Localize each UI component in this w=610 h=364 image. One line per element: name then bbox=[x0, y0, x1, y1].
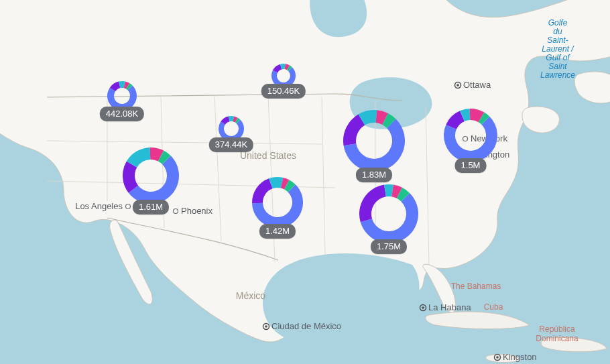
svg-text:Saint: Saint bbox=[548, 62, 567, 71]
donut-chart bbox=[270, 62, 297, 89]
svg-text:Ottawa: Ottawa bbox=[463, 80, 491, 90]
donut-chart bbox=[358, 183, 420, 245]
cluster-marker-midwest[interactable]: 1.83M bbox=[342, 109, 406, 173]
country-label-cuba: Cuba bbox=[484, 302, 503, 312]
donut-chart bbox=[121, 146, 180, 205]
cluster-marker-southeast[interactable]: 1.75M bbox=[358, 183, 420, 245]
donut-segment bbox=[252, 178, 273, 203]
donut-segment bbox=[107, 85, 137, 111]
donut-chart bbox=[251, 176, 304, 229]
country-label-bahamas: The Bahamas bbox=[451, 282, 501, 291]
svg-text:Golfe: Golfe bbox=[548, 18, 568, 27]
svg-text:Los Angeles: Los Angeles bbox=[75, 201, 123, 211]
donut-chart bbox=[342, 109, 406, 173]
map-viewport[interactable]: United States México The Bahamas Cuba Re… bbox=[0, 0, 610, 364]
cluster-marker-mountain[interactable]: 374.44K bbox=[217, 115, 245, 143]
svg-text:Laurent /: Laurent / bbox=[542, 44, 574, 54]
basemap: United States México The Bahamas Cuba Re… bbox=[0, 0, 610, 364]
svg-text:Saint-: Saint- bbox=[547, 36, 568, 45]
svg-text:Lawrence: Lawrence bbox=[540, 70, 575, 80]
donut-chart bbox=[217, 115, 245, 143]
svg-text:República: República bbox=[539, 324, 575, 334]
cluster-marker-southcentral[interactable]: 1.42M bbox=[251, 176, 304, 229]
svg-point-11 bbox=[456, 84, 459, 86]
svg-text:Kingston: Kingston bbox=[503, 352, 537, 362]
svg-text:La Habana: La Habana bbox=[428, 302, 471, 312]
svg-text:Phoenix: Phoenix bbox=[181, 206, 212, 216]
donut-chart bbox=[106, 80, 138, 112]
svg-point-26 bbox=[265, 325, 267, 328]
country-label-us: United States bbox=[240, 150, 296, 161]
country-label-dominican: RepúblicaDominicana bbox=[536, 324, 578, 343]
svg-text:Ciudad de México: Ciudad de México bbox=[271, 321, 341, 331]
donut-segment bbox=[359, 185, 386, 223]
country-label-mexico: México bbox=[236, 290, 266, 301]
svg-point-29 bbox=[496, 356, 499, 359]
donut-chart bbox=[442, 107, 499, 164]
svg-point-23 bbox=[422, 306, 424, 309]
svg-text:Gulf of: Gulf of bbox=[546, 53, 570, 62]
cluster-marker-northeast[interactable]: 1.5M bbox=[442, 107, 499, 164]
cluster-marker-southwest[interactable]: 1.61M bbox=[121, 146, 180, 205]
svg-text:du: du bbox=[553, 27, 562, 36]
svg-text:Dominicana: Dominicana bbox=[536, 334, 578, 343]
donut-segment bbox=[219, 120, 244, 141]
cluster-marker-nw[interactable]: 442.08K bbox=[106, 80, 138, 112]
city-cdmx: Ciudad de México bbox=[263, 321, 342, 331]
cluster-marker-northcentral[interactable]: 150.46K bbox=[270, 62, 297, 89]
city-lahabana: La Habana bbox=[420, 302, 472, 312]
